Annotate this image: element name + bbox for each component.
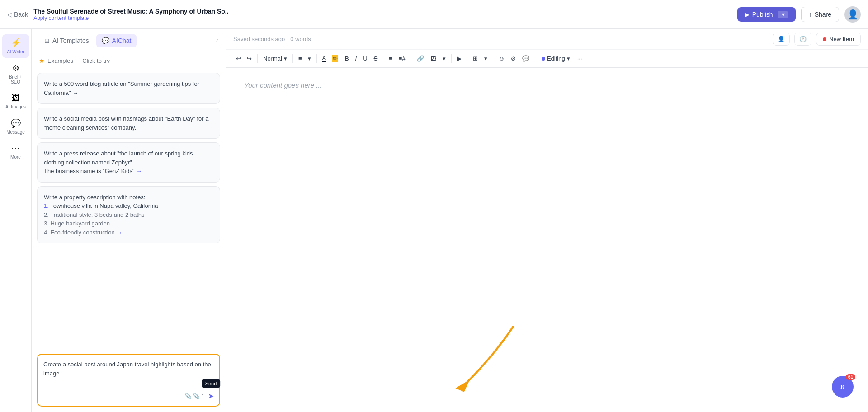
align-button[interactable]: ≡ xyxy=(296,53,305,64)
comment-button[interactable]: 💬 xyxy=(519,53,532,64)
image-dropdown-button[interactable]: ▾ xyxy=(440,53,448,64)
input-actions: 📎 📎 1 Send ➤ xyxy=(43,392,214,400)
editing-chevron-icon: ▾ xyxy=(567,55,570,62)
tab-ai-templates[interactable]: ⊞ AI Templates xyxy=(39,34,94,47)
new-item-button[interactable]: New Item xyxy=(816,33,861,46)
chevron-down-icon: ▾ xyxy=(284,55,287,62)
image-button[interactable]: 🖼 xyxy=(428,53,439,64)
tab-ai-chat[interactable]: 💬 AIChat xyxy=(96,34,137,47)
apply-template-link[interactable]: Apply content template xyxy=(33,15,732,21)
toolbar-align: ≡ ▾ xyxy=(296,53,314,64)
page-title: The Soulful Serenade of Street Music: A … xyxy=(33,8,732,15)
chat-bubble-icon: n xyxy=(840,382,845,392)
prompt-item-4[interactable]: Write a property description with notes:… xyxy=(37,186,220,244)
chat-input-box: Create a social post around Japan travel… xyxy=(37,354,220,407)
paperclip-icon: 📎 xyxy=(185,393,192,399)
publish-dropdown-arrow[interactable]: ▾ xyxy=(778,11,788,18)
toolbar-sep-8 xyxy=(493,54,493,63)
publish-button[interactable]: ▶ Publish ▾ xyxy=(737,7,796,22)
message-icon: 💬 xyxy=(11,118,21,128)
color-icon: A xyxy=(322,55,326,62)
sidebar-item-more[interactable]: ··· More xyxy=(2,140,29,163)
toolbar-sep-7 xyxy=(467,54,467,63)
main-layout: ⚡ AI Writer ⚙ Brief + SEO 🖼 AI Images 💬 … xyxy=(0,29,868,412)
header-title-area: The Soulful Serenade of Street Music: A … xyxy=(33,8,732,21)
sidebar-item-label: Message xyxy=(6,130,25,135)
send-button-container: Send ➤ xyxy=(208,392,214,400)
attach-button[interactable]: 📎 📎 1 xyxy=(185,393,204,399)
editor-status-bar: Saved seconds ago 0 words 👤 🕐 New Item xyxy=(226,29,868,50)
status-actions: 👤 🕐 New Item xyxy=(773,33,861,46)
top-header: ◁ Back The Soulful Serenade of Street Mu… xyxy=(0,0,868,29)
link-button[interactable]: 🔗 xyxy=(414,53,427,64)
prompt-list: Write a 500 word blog article on "Summer… xyxy=(32,69,226,349)
emoji-button[interactable]: ☺ xyxy=(496,53,507,64)
lightning-icon: ⚡ xyxy=(11,38,21,48)
color-button[interactable]: A xyxy=(320,53,329,64)
toolbar-sep-3 xyxy=(316,54,317,63)
more-options-button[interactable]: ··· xyxy=(575,53,585,64)
collapse-panel-button[interactable]: ‹ xyxy=(216,37,218,45)
send-icon: ➤ xyxy=(208,392,214,400)
toolbar-sep-2 xyxy=(292,54,293,63)
editor-toolbar: ↩ ↪ Normal ▾ ≡ ▾ A ✏ B I U S xyxy=(226,50,868,68)
sidebar-item-label: Brief + SEO xyxy=(5,75,27,84)
format-selector[interactable]: Normal ▾ xyxy=(260,53,290,64)
sidebar-item-message[interactable]: 💬 Message xyxy=(2,115,29,138)
highlight-button[interactable]: ✏ xyxy=(330,53,341,64)
strikethrough-button[interactable]: S xyxy=(371,53,381,64)
bold-button[interactable]: B xyxy=(342,53,351,64)
prompt-item-1[interactable]: Write a 500 word blog article on "Summer… xyxy=(37,73,220,104)
italic-button[interactable]: I xyxy=(353,53,360,64)
icon-sidebar: ⚡ AI Writer ⚙ Brief + SEO 🖼 AI Images 💬 … xyxy=(0,29,32,412)
panel-tabs: ⊞ AI Templates 💬 AIChat ‹ xyxy=(32,29,226,52)
input-area: Create a social post around Japan travel… xyxy=(32,349,226,412)
toolbar-sep-4 xyxy=(383,54,383,63)
back-button[interactable]: ◁ Back xyxy=(7,11,28,18)
chat-icon: 💬 xyxy=(102,37,109,44)
editing-dot xyxy=(542,57,545,61)
sidebar-item-label: AI Images xyxy=(5,104,26,109)
gear-icon: ⚙ xyxy=(12,63,19,73)
undo-button[interactable]: ↩ xyxy=(233,53,244,64)
editing-button[interactable]: Editing ▾ xyxy=(538,53,574,64)
sidebar-item-ai-writer[interactable]: ⚡ AI Writer xyxy=(2,34,29,58)
word-count: 0 words xyxy=(290,36,311,42)
table-button[interactable]: ⊞ xyxy=(470,53,481,64)
avatar[interactable]: 👤 xyxy=(844,6,861,23)
chat-badge: 61 xyxy=(846,374,855,380)
star-icon: ★ xyxy=(39,57,45,64)
align-dropdown-button[interactable]: ▾ xyxy=(305,53,314,64)
templates-icon: ⊞ xyxy=(44,37,50,44)
status-info: Saved seconds ago 0 words xyxy=(233,36,311,42)
toolbar-sep-5 xyxy=(411,54,411,63)
table-dropdown-button[interactable]: ▾ xyxy=(481,53,490,64)
bullet-list-button[interactable]: ≡ xyxy=(386,53,395,64)
redo-button[interactable]: ↪ xyxy=(244,53,255,64)
editor-area: Saved seconds ago 0 words 👤 🕐 New Item ↩… xyxy=(226,29,868,412)
sidebar-item-label: More xyxy=(10,154,21,159)
clock-icon-button[interactable]: 🕐 xyxy=(794,33,811,46)
more-icon: ··· xyxy=(11,144,19,153)
numbered-list-button[interactable]: ≡# xyxy=(396,53,408,64)
prompt-item-3[interactable]: Write a press release about "the launch … xyxy=(37,142,220,183)
examples-header: ★ Examples — Click to try xyxy=(32,52,226,69)
underline-button[interactable]: U xyxy=(360,53,370,64)
header-actions: ▶ Publish ▾ ↑ Share 👤 xyxy=(737,6,861,23)
chat-bubble-button[interactable]: n 61 xyxy=(832,376,854,398)
chat-input[interactable]: Create a social post around Japan travel… xyxy=(43,360,214,387)
editor-content[interactable]: Your content goes here ... xyxy=(226,68,868,412)
sidebar-item-brief-seo[interactable]: ⚙ Brief + SEO xyxy=(2,60,29,88)
prompt-item-2[interactable]: Write a social media post with hashtags … xyxy=(37,108,220,139)
sidebar-item-label: AI Writer xyxy=(7,49,24,54)
toolbar-sep-1 xyxy=(257,54,258,63)
special-chars-button[interactable]: ⊘ xyxy=(508,53,519,64)
send-button[interactable]: ➤ xyxy=(208,392,214,400)
sidebar-item-ai-images[interactable]: 🖼 AI Images xyxy=(2,90,29,113)
user-icon-button[interactable]: 👤 xyxy=(773,33,790,46)
play-button[interactable]: ▶ xyxy=(454,53,464,64)
share-button[interactable]: ↑ Share xyxy=(801,7,839,22)
saved-status: Saved seconds ago xyxy=(233,36,285,42)
toolbar-undo-redo: ↩ ↪ xyxy=(233,53,255,64)
toolbar-sep-9 xyxy=(535,54,535,63)
